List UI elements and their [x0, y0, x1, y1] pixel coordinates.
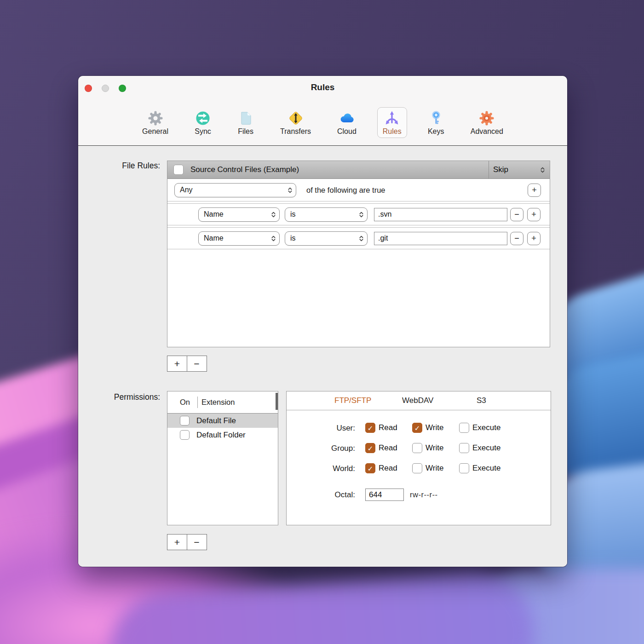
titlebar[interactable]: Rules — [78, 76, 567, 99]
column-on: On — [180, 398, 190, 407]
rule-action-select[interactable]: Skip — [489, 161, 550, 178]
condition-field-dropdown[interactable]: Name — [198, 231, 280, 246]
remove-condition-button[interactable]: − — [510, 208, 523, 221]
condition-operator-dropdown[interactable]: is — [285, 231, 368, 246]
octal-input[interactable] — [365, 489, 404, 501]
key-icon — [428, 110, 444, 126]
tab-rules[interactable]: Rules — [377, 107, 407, 138]
read-permission-group: Read — [365, 423, 397, 433]
group-permissions-row: Group: Read Write Execute — [287, 443, 551, 454]
rule-action-value: Skip — [493, 165, 508, 174]
stepper-icon — [288, 187, 293, 194]
add-rule-button[interactable]: + — [167, 356, 187, 372]
gear-gray-icon — [147, 110, 164, 126]
tab-keys[interactable]: Keys — [422, 107, 450, 138]
execute-checkbox[interactable] — [459, 463, 469, 473]
tab-files[interactable]: Files — [232, 107, 259, 138]
add-condition-button[interactable]: + — [527, 208, 540, 221]
rule-name: Source Control Files (Example) — [190, 165, 489, 174]
write-checkbox[interactable] — [412, 423, 422, 433]
read-permission-group: Read — [365, 463, 397, 473]
toolbar-item-label: General — [142, 127, 168, 136]
read-permission-group: Read — [365, 443, 397, 453]
condition-field-value: Name — [204, 234, 224, 242]
execute-checkbox[interactable] — [459, 423, 469, 433]
remove-condition-button[interactable]: − — [510, 232, 523, 245]
toolbar-item-label: Keys — [428, 127, 444, 136]
file-rules-table: Source Control Files (Example) Skip Any … — [167, 161, 550, 347]
add-condition-button[interactable]: + — [528, 184, 541, 197]
permissions-list: On Extension Default File Default Folder — [167, 391, 278, 525]
execute-permission-group: Execute — [459, 443, 500, 453]
toolbar-item-label: Files — [238, 127, 253, 136]
read-checkbox[interactable] — [365, 463, 375, 473]
toolbar-item-label: Transfers — [280, 127, 311, 136]
match-selector-value: Any — [180, 186, 193, 194]
condition-operator-dropdown[interactable]: is — [285, 207, 368, 222]
condition-operator-value: is — [290, 210, 296, 218]
tab-general[interactable]: General — [137, 107, 174, 138]
tab-advanced[interactable]: Advanced — [465, 107, 509, 138]
cloud-icon — [339, 110, 355, 126]
tab-cloud[interactable]: Cloud — [332, 107, 362, 138]
permissions-section-label: Permissions: — [86, 392, 160, 402]
preferences-content: File Rules: Source Control Files (Exampl… — [78, 146, 567, 567]
stepper-icon — [271, 211, 276, 218]
toolbar-item-label: Rules — [383, 127, 402, 136]
read-label: Read — [379, 464, 397, 473]
user-permissions-row: User: Read Write Execute — [287, 422, 551, 434]
row-on-checkbox[interactable] — [180, 416, 190, 426]
column-divider[interactable] — [197, 397, 198, 408]
tab-ftp-sftp[interactable]: FTP/SFTP — [334, 391, 371, 410]
condition-value-input[interactable] — [374, 232, 507, 245]
match-suffix-text: of the following are true — [306, 186, 385, 195]
condition-operator-value: is — [290, 234, 296, 242]
permissions-list-row[interactable]: Default Folder — [167, 428, 278, 442]
write-checkbox[interactable] — [412, 443, 422, 453]
rule-condition-row: Name is − + — [167, 203, 550, 225]
permissions-detail-panel: FTP/SFTP WebDAV S3 User: Read Write Exec… — [286, 391, 551, 525]
match-row: Any of the following are true + — [167, 179, 550, 201]
read-checkbox[interactable] — [365, 423, 375, 433]
tab-transfers[interactable]: Transfers — [275, 107, 316, 138]
execute-permission-group: Execute — [459, 423, 500, 433]
match-selector-dropdown[interactable]: Any — [174, 183, 296, 197]
file-rules-section-label: File Rules: — [86, 161, 160, 171]
write-label: Write — [426, 423, 443, 432]
write-label: Write — [426, 443, 443, 453]
transfer-diamond-icon — [288, 110, 304, 126]
toolbar-item-label: Sync — [195, 127, 211, 136]
write-permission-group: Write — [412, 463, 443, 473]
condition-field-dropdown[interactable]: Name — [198, 207, 280, 222]
add-condition-button[interactable]: + — [527, 232, 540, 245]
remove-rule-button[interactable]: − — [187, 356, 207, 372]
condition-value-input[interactable] — [374, 208, 507, 221]
stepper-icon — [359, 211, 364, 218]
row-on-checkbox[interactable] — [180, 430, 190, 440]
read-label: Read — [379, 443, 397, 453]
tab-webdav[interactable]: WebDAV — [402, 391, 433, 410]
window-title: Rules — [78, 82, 567, 92]
write-permission-group: Write — [412, 423, 443, 433]
octal-row: Octal: rw-r--r-- — [287, 489, 551, 501]
tab-sync[interactable]: Sync — [189, 107, 217, 138]
preferences-window: Rules — [78, 76, 567, 567]
rule-header-row[interactable]: Source Control Files (Example) Skip — [167, 161, 550, 179]
add-permission-button[interactable]: + — [167, 534, 187, 550]
toolbar-item-label: Cloud — [337, 127, 356, 136]
permissions-list-row[interactable]: Default File — [167, 414, 278, 428]
rule-enabled-checkbox[interactable] — [173, 165, 184, 175]
stepper-icon — [540, 167, 545, 173]
write-checkbox[interactable] — [412, 463, 422, 473]
rule-list-buttons: + − — [167, 356, 207, 372]
tab-s3[interactable]: S3 — [477, 391, 486, 410]
rule-condition-row: Name is − + — [167, 227, 550, 249]
execute-checkbox[interactable] — [459, 443, 469, 453]
remove-permission-button[interactable]: − — [187, 534, 207, 550]
read-checkbox[interactable] — [365, 443, 375, 453]
read-label: Read — [379, 423, 397, 432]
row-label: User: — [287, 424, 355, 433]
permissions-list-header: On Extension — [167, 391, 278, 414]
gear-orange-icon — [478, 110, 495, 126]
column-resize-handle[interactable] — [276, 393, 278, 410]
